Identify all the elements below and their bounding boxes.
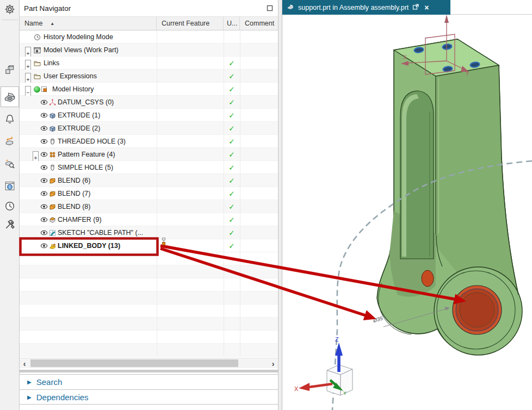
column-current-feature-label: Current Feature	[162, 20, 209, 27]
tree-row-label: SIMPLE HOLE (5)	[58, 161, 113, 174]
eye-visibility-icon[interactable]	[40, 122, 48, 135]
scroll-left-icon[interactable]: ‹	[20, 358, 29, 369]
section-search[interactable]: ▶ Search	[20, 374, 278, 389]
tree-row-label: LINKED_BODY (13)	[58, 239, 120, 252]
tree-row-extrude-2[interactable]: EXTRUDE (2) ✓	[20, 122, 278, 135]
eye-visibility-icon[interactable]	[40, 200, 48, 213]
up-to-date-check: ✓	[224, 187, 240, 200]
tree-row-label: THREADED HOLE (3)	[58, 135, 126, 148]
tree-row-label: EXTRUDE (2)	[58, 122, 100, 135]
restore-window-icon[interactable]	[266, 4, 274, 12]
tree-row-history-modeling-mode[interactable]: History Modeling Mode	[20, 30, 278, 44]
clock-icon	[34, 30, 41, 44]
eye-visibility-icon[interactable]	[40, 226, 48, 239]
eye-visibility-icon[interactable]	[40, 148, 48, 161]
eye-visibility-icon[interactable]	[40, 187, 48, 200]
empty-row	[20, 265, 278, 278]
tree-row-blend-7[interactable]: BLEND (7) ✓	[20, 187, 278, 200]
part-navigator-icon[interactable]	[1, 86, 19, 107]
extrude-icon	[49, 122, 56, 135]
up-to-date-check: ✓	[224, 70, 240, 83]
up-to-date-check	[224, 44, 240, 57]
tree-row-blend-8[interactable]: BLEND (8) ✓	[20, 200, 278, 213]
up-to-date-check: ✓	[224, 96, 240, 109]
tree-row-model-views[interactable]: + Model Views (Work Part)	[20, 44, 278, 57]
column-name-label: Name	[24, 20, 42, 27]
dimension-label: Ø35	[372, 315, 384, 324]
vertical-splitter[interactable]	[278, 0, 282, 410]
column-divider	[240, 30, 240, 357]
up-to-date-check: ✓	[224, 200, 240, 213]
tree-row-label: Model History	[52, 83, 94, 96]
panel-title-bar: Part Navigator	[20, 0, 278, 16]
tree-row-label: CHAMFER (9)	[58, 213, 102, 226]
tree-row-label: BLEND (7)	[58, 187, 90, 200]
tree-row-label: Pattern Feature (4)	[58, 148, 115, 161]
triad-z-label: Z	[335, 336, 339, 343]
3d-viewport[interactable]: X Y Ø35 X	[282, 0, 532, 410]
tree-row-label: Model Views (Work Part)	[44, 44, 119, 57]
up-to-date-check: ✓	[224, 174, 240, 187]
column-header-current-feature[interactable]: Current Feature	[157, 17, 224, 30]
tree-row-links[interactable]: + Links ✓	[20, 57, 278, 70]
linked-body-boss[interactable]	[453, 285, 502, 334]
tree-row-simple-hole[interactable]: SIMPLE HOLE (5) ✓	[20, 161, 278, 174]
up-to-date-check: ✓	[224, 226, 240, 239]
up-to-date-check	[224, 30, 240, 44]
section-dependencies[interactable]: ▶ Dependencies	[20, 389, 278, 405]
up-to-date-check: ✓	[224, 57, 240, 70]
tree-row-blend-6[interactable]: BLEND (6) ✓	[20, 174, 278, 187]
tree-row-label: History Modeling Mode	[44, 30, 113, 44]
column-header-name[interactable]: Name ▲	[20, 17, 157, 30]
support-part-model[interactable]	[377, 39, 522, 355]
utilities-tools-icon[interactable]	[3, 218, 17, 232]
tab-support-prt[interactable]: support.prt in Assembly assembly.prt ×	[282, 0, 450, 15]
eye-visibility-icon[interactable]	[40, 239, 48, 252]
column-header-comment[interactable]: Comment	[240, 17, 278, 30]
float-window-icon[interactable]	[412, 3, 419, 13]
tab-strip: support.prt in Assembly assembly.prt ×	[282, 0, 532, 15]
tree-row-linked-body[interactable]: LINKED_BODY (13) ✓	[20, 239, 278, 252]
horizontal-scrollbar[interactable]: ‹ ›	[20, 358, 278, 368]
eye-visibility-icon[interactable]	[40, 109, 48, 122]
eye-visibility-icon[interactable]	[40, 174, 48, 187]
model-history-icon	[34, 83, 49, 96]
tree-row-chamfer[interactable]: CHAMFER (9) ✓	[20, 213, 278, 226]
extrude-icon	[49, 109, 56, 122]
scrollbar-thumb[interactable]	[30, 359, 238, 367]
gear-icon[interactable]	[3, 2, 17, 16]
tree-row-model-history[interactable]: − Model History ✓	[20, 83, 278, 96]
search-part-icon[interactable]	[3, 157, 17, 171]
linked-body-icon	[49, 239, 56, 252]
pin-between-arms[interactable]	[422, 270, 434, 287]
nx-window: Part Navigator Name ▲ Current Feature U.…	[0, 0, 532, 410]
web-browser-icon[interactable]	[3, 179, 17, 193]
blend-icon	[49, 187, 56, 200]
panel-splitter[interactable]	[20, 370, 278, 372]
up-to-date-check: ✓	[224, 148, 240, 161]
up-to-date-check: ✓	[224, 83, 240, 96]
sort-ascending-icon: ▲	[50, 21, 54, 26]
column-up-to-date-label: U...	[227, 20, 237, 27]
assemblies-icon[interactable]	[3, 63, 17, 77]
tree-row-sketch-cable-path[interactable]: SKETCH "CABLE PATH" (... ✓	[20, 226, 278, 239]
column-header-up-to-date[interactable]: U...	[224, 17, 240, 30]
notifications-bell-icon[interactable]	[3, 112, 17, 126]
tree-row-threaded-hole[interactable]: THREADED HOLE (3) ✓	[20, 135, 278, 148]
eye-visibility-icon[interactable]	[40, 135, 48, 148]
eye-visibility-icon[interactable]	[40, 96, 48, 109]
tree-row-extrude-1[interactable]: EXTRUDE (1) ✓	[20, 109, 278, 122]
tree-row-datum-csys[interactable]: DATUM_CSYS (0) ✓	[20, 96, 278, 109]
close-icon[interactable]: ×	[424, 4, 429, 11]
history-clock-icon[interactable]	[3, 199, 17, 213]
scroll-right-icon[interactable]: ›	[268, 358, 278, 369]
tree-row-user-expressions[interactable]: + User Expressions ✓	[20, 70, 278, 83]
resource-bar	[0, 0, 20, 410]
tree-row-label: Links	[44, 57, 59, 70]
measure-part-icon[interactable]	[3, 135, 17, 149]
blend-icon	[49, 174, 56, 187]
eye-visibility-icon[interactable]	[40, 213, 48, 226]
eye-visibility-icon[interactable]	[40, 161, 48, 174]
tree-row-pattern-feature[interactable]: + Pattern Feature (4) ✓	[20, 148, 278, 161]
orientation-triad[interactable]: X Z Y	[294, 336, 352, 396]
